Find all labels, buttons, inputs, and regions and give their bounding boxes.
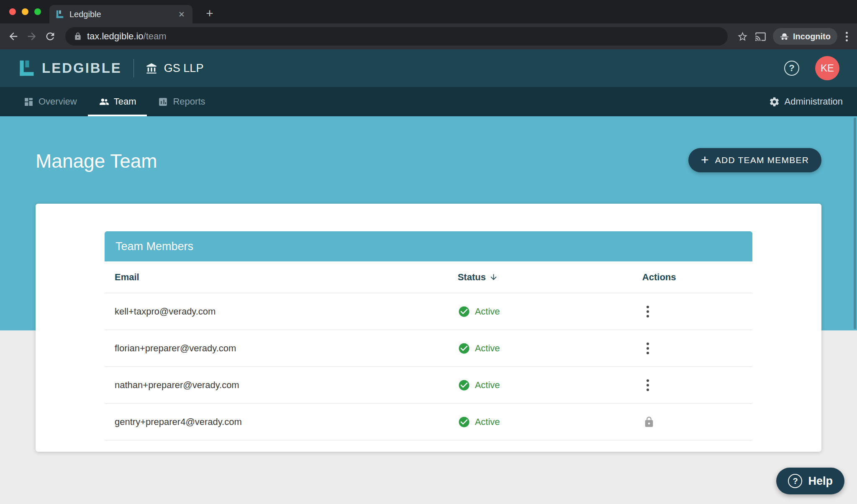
add-team-member-button[interactable]: + ADD TEAM MEMBER (688, 148, 821, 172)
new-tab-button[interactable]: + (203, 8, 216, 19)
team-people-icon (99, 97, 109, 107)
nav-label-administration: Administration (785, 96, 843, 107)
page-scrollbar[interactable] (854, 118, 856, 329)
add-team-member-label: ADD TEAM MEMBER (715, 155, 809, 165)
nav-item-administration[interactable]: Administration (767, 87, 844, 116)
reload-icon[interactable] (44, 31, 56, 42)
table-row: gentry+preparer4@verady.com Active (105, 404, 752, 440)
forward-icon[interactable] (26, 31, 38, 42)
gear-icon (769, 96, 780, 107)
nav-label-overview: Overview (38, 96, 77, 107)
browser-titlebar: Ledgible ✕ + (0, 0, 857, 23)
tab-title: Ledgible (69, 10, 177, 19)
incognito-icon (780, 32, 789, 41)
locked-row-icon (643, 416, 655, 428)
browser-tab[interactable]: Ledgible ✕ (49, 5, 192, 23)
url-domain: tax.ledgible.io (87, 31, 144, 41)
minimize-window-button[interactable] (22, 8, 28, 15)
table-row: florian+preparer@verady.com Active (105, 330, 752, 367)
bookmark-star-icon[interactable] (737, 31, 748, 42)
column-header-status[interactable]: Status (458, 272, 642, 283)
address-bar[interactable]: tax.ledgible.io/team (65, 27, 728, 46)
help-question-icon: ? (788, 474, 802, 488)
header-divider (133, 59, 134, 77)
table-row: kell+taxpro@verady.com Active (105, 293, 752, 330)
check-circle-icon (458, 342, 470, 355)
member-email: florian+preparer@verady.com (105, 343, 458, 354)
firm-bank-icon (146, 62, 157, 74)
help-button[interactable]: ? Help (776, 468, 844, 494)
member-email: gentry+preparer4@verady.com (105, 417, 458, 427)
app-header: LEDGIBLE GS LLP ? KE (0, 49, 857, 87)
nav-label-team: Team (114, 96, 136, 107)
reports-icon (158, 97, 168, 107)
url-text: tax.ledgible.io/team (87, 31, 167, 42)
status-label: Active (475, 306, 500, 317)
incognito-badge: Incognito (773, 28, 837, 45)
ledgible-logo-icon (18, 59, 36, 77)
column-header-actions: Actions (642, 272, 752, 283)
table-title-bar: Team Members (105, 231, 752, 261)
nav-item-team[interactable]: Team (88, 87, 147, 116)
status-header-label: Status (458, 272, 486, 283)
table-title: Team Members (115, 240, 193, 253)
status-label: Active (475, 417, 500, 427)
check-circle-icon (458, 305, 470, 318)
table-row: nathan+preparer@verady.com Active (105, 367, 752, 404)
browser-menu-icon[interactable] (844, 32, 849, 41)
https-lock-icon (74, 32, 82, 41)
help-button-label: Help (808, 475, 833, 488)
row-actions-menu-icon[interactable] (642, 377, 653, 394)
header-help-icon[interactable]: ? (784, 61, 799, 76)
table-header-row: Email Status Actions (105, 261, 752, 293)
check-circle-icon (458, 416, 470, 428)
url-path: /team (144, 31, 167, 41)
close-window-button[interactable] (9, 8, 16, 15)
team-members-table: Team Members Email Status Actions kell+t… (105, 231, 752, 440)
member-email: nathan+preparer@verady.com (105, 380, 458, 391)
ledgible-favicon (55, 10, 64, 19)
cast-icon[interactable] (755, 31, 766, 42)
member-status: Active (458, 342, 642, 355)
status-label: Active (475, 380, 500, 391)
nav-item-overview[interactable]: Overview (13, 87, 88, 116)
traffic-lights (9, 8, 41, 15)
row-actions-menu-icon[interactable] (642, 340, 653, 357)
page-content: Manage Team + ADD TEAM MEMBER Team Membe… (0, 116, 857, 504)
plus-icon: + (701, 153, 709, 166)
overview-grid-icon (23, 97, 34, 107)
member-status: Active (458, 305, 642, 318)
check-circle-icon (458, 379, 470, 391)
member-status: Active (458, 416, 642, 428)
browser-window: Ledgible ✕ + tax.ledgible.io/team Incogn… (0, 0, 857, 504)
tab-close-icon[interactable]: ✕ (177, 9, 187, 20)
page-title: Manage Team (36, 150, 157, 172)
fullscreen-window-button[interactable] (34, 8, 41, 15)
firm-name[interactable]: GS LLP (164, 62, 204, 75)
back-icon[interactable] (8, 31, 19, 42)
row-actions-menu-icon[interactable] (642, 303, 653, 320)
browser-toolbar: tax.ledgible.io/team Incognito (0, 23, 857, 49)
ledgible-logo-text: LEDGIBLE (42, 60, 122, 76)
status-label: Active (475, 343, 500, 354)
member-email: kell+taxpro@verady.com (105, 306, 458, 317)
sort-descending-icon (489, 273, 498, 281)
incognito-label: Incognito (793, 32, 831, 41)
member-status: Active (458, 379, 642, 391)
nav-item-reports[interactable]: Reports (147, 87, 216, 116)
nav-label-reports: Reports (173, 96, 205, 107)
team-members-card: Team Members Email Status Actions kell+t… (36, 204, 821, 452)
user-avatar[interactable]: KE (815, 56, 839, 80)
app-nav: Overview Team Reports Administration (0, 87, 857, 116)
column-header-email[interactable]: Email (105, 272, 458, 283)
